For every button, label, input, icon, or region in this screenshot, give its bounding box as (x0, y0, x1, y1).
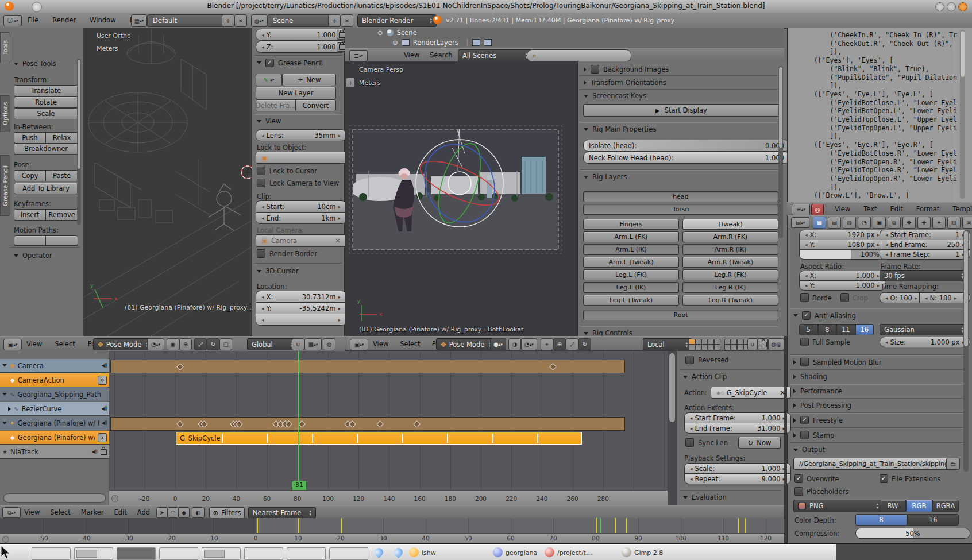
viewport-3d-camera[interactable]: xy + Camera Persp Meters (81) Georgiana … (345, 61, 577, 336)
scale-button[interactable]: Scale (14, 108, 78, 119)
keyframe-diamond[interactable] (176, 363, 184, 370)
background-images-checkbox[interactable] (591, 65, 599, 74)
rotate-manipulator-icon[interactable]: ↻ (207, 338, 219, 350)
editor-type-properties-icon[interactable]: ▤▴▾ (791, 217, 809, 228)
breakdowner-button[interactable]: Breakdowner (14, 143, 78, 155)
nla-track-cameraaction[interactable]: ◆CameraAction» (0, 373, 109, 387)
local-camera-field[interactable]: ▣Camera✕ (256, 234, 346, 247)
remove-keyframe-button[interactable]: Remove (45, 209, 78, 221)
origin-select-icon[interactable]: ●▴▾ (490, 338, 506, 350)
calculate-paths-button[interactable] (14, 235, 46, 246)
render-border-row[interactable]: Render Border (257, 249, 317, 258)
paste-button[interactable]: Paste (45, 170, 78, 181)
operator-panel-header[interactable]: Operator (14, 252, 52, 260)
pivot-icon[interactable]: ◉ (167, 338, 179, 350)
nla-track-camera[interactable]: ◉Camera◀)) (0, 359, 109, 373)
nla-tracks-area[interactable]: G_SkipCycle 81 (109, 351, 668, 490)
pose-tools-header[interactable]: Pose Tools (14, 60, 56, 68)
menu-window[interactable]: Window (90, 16, 115, 24)
tl-menu-marker[interactable]: Marker (81, 508, 104, 516)
editor-type-outliner-icon[interactable]: ☰▴▾ (349, 50, 368, 61)
expand-icon[interactable] (2, 393, 7, 396)
nla-hscrollbar[interactable] (3, 493, 106, 503)
start-frame-field[interactable]: ◂Start Frame:1▸ (880, 230, 970, 240)
placeholders-toggle[interactable]: Placeholders (794, 487, 848, 496)
rig-layer-arm-r-ik-[interactable]: Arm.R (IK) (682, 244, 778, 255)
manipulator-icon[interactable]: ⊕ (179, 338, 192, 350)
expand-icon[interactable]: ⊕ (392, 38, 398, 47)
isolate-head-slider[interactable]: Isolate (head):0.000 (583, 140, 790, 152)
keying-set-icon[interactable]: ◆ (178, 507, 190, 518)
tab-data[interactable]: ✦ (932, 217, 946, 229)
render-engine-select[interactable]: Blender Render▴▾ (357, 14, 437, 27)
taskbar-window-tile[interactable] (244, 547, 283, 560)
tab-render[interactable]: ▦ (813, 217, 826, 229)
layer-toggle[interactable] (724, 339, 731, 345)
reversed-toggle[interactable]: Reversed (685, 356, 729, 364)
scale-manipulator-icon[interactable]: ▢ (219, 338, 232, 350)
keyframe-diamond[interactable] (549, 363, 557, 370)
taskbar-window-tile[interactable] (74, 547, 113, 560)
layer-toggle[interactable] (737, 339, 743, 345)
tl-menu-edit[interactable]: Edit (114, 508, 127, 516)
lock-camera-row[interactable]: Lock Camera to View (257, 179, 339, 187)
tab-render-layers[interactable]: ▤ (828, 217, 841, 229)
performance-header[interactable]: Performance (793, 387, 842, 395)
text-resolve-icon[interactable]: ◎ (811, 204, 824, 215)
layer-grid-left[interactable] (689, 339, 720, 350)
aa-filter-select[interactable]: Gaussian▴▾ (880, 324, 968, 335)
crop-toggle[interactable]: Crop (840, 293, 868, 302)
orientation-select-left[interactable]: Global▴▾ (247, 338, 298, 350)
layer-toggle[interactable] (695, 345, 701, 350)
npanel-open-icon[interactable]: + (346, 78, 355, 88)
layer-toggle[interactable] (689, 345, 695, 350)
layer-toggle[interactable] (701, 339, 708, 345)
resolution-y-field[interactable]: ◂Y:1080 px▸ (799, 240, 885, 250)
mode-select-left[interactable]: ✥Pose Mode▴▾ (93, 338, 153, 350)
dopesheet-icon[interactable]: ◐ (192, 507, 205, 518)
renderlayer-render-icon[interactable] (484, 39, 492, 46)
rig-layer-leg-r-tweak-[interactable]: Leg.R (Tweak) (682, 295, 778, 306)
tab-grease-pencil[interactable]: Grease Pencil (0, 155, 10, 216)
remap-new-field[interactable]: ◂N: 100▸ (919, 292, 970, 303)
outliner-renderlayers-row[interactable]: ⊕ RenderLayers | (392, 38, 492, 47)
sync-now-button[interactable]: ↻Now (738, 437, 781, 449)
scene-browse-icon[interactable]: ◍▴▾ (251, 14, 267, 27)
rig-layer-fingers[interactable]: Fingers (583, 219, 679, 230)
layer-toggle[interactable] (689, 339, 695, 345)
samples-5[interactable]: 5 (799, 324, 818, 335)
mute-speaker-icon[interactable]: ◀)) (102, 420, 107, 426)
mute-speaker-icon[interactable]: ◀)) (102, 363, 107, 368)
lens-field[interactable]: ◂Lens:35mm▸ (256, 129, 346, 141)
layer-toggle[interactable] (701, 345, 708, 350)
grease-pencil-new-button[interactable]: +New (282, 74, 336, 86)
editor-type-info-icon[interactable]: ⓘ▴▾ (3, 15, 22, 26)
samples-11[interactable]: 11 (836, 324, 855, 335)
cursor-x-field[interactable]: ◂X:30.7312m▸ (256, 291, 346, 303)
tl-menu-add[interactable]: Add (137, 508, 150, 516)
expand-action-icon[interactable]: » (98, 376, 107, 385)
rig-layer-arm-l-fk-[interactable]: Arm.L (FK) (583, 231, 679, 242)
stamp-checkbox[interactable] (800, 431, 809, 439)
ghost-frames-icon[interactable]: ◠ (167, 507, 179, 518)
rig-layer-leg-r-fk-[interactable]: Leg.R (FK) (682, 269, 778, 280)
nla-track-nlatrack[interactable]: ★NlaTrack◀)) (0, 445, 109, 459)
editor-type-timeline-icon[interactable]: ⧉▴▾ (2, 507, 21, 518)
tab-physics[interactable]: ◎ (962, 217, 972, 229)
render-ogl-icon[interactable]: ◍ (323, 338, 335, 350)
rig-main-properties-header[interactable]: Rig Main Properties (584, 125, 656, 133)
layout-delete-button[interactable]: ✕ (234, 14, 247, 27)
stamp-header[interactable]: Stamp (793, 431, 834, 439)
rig-layer-arm-l-tweak-[interactable]: Arm.L (Tweak) (583, 257, 679, 268)
frame-rate-select[interactable]: 30 fps▴▾ (880, 270, 968, 281)
vpm-menu-select[interactable]: Select (400, 340, 420, 348)
neck-follow-slider[interactable]: Neck Follow Head (head):1.000 (583, 152, 790, 164)
layer-toggle[interactable] (708, 345, 714, 350)
text-menu-templates[interactable]: Templates (952, 205, 972, 213)
rig-layer-leg-l-tweak-[interactable]: Leg.L (Tweak) (583, 295, 679, 306)
renderlayer-visible-icon[interactable] (472, 39, 480, 46)
launcher-drop-icon[interactable] (392, 546, 404, 558)
properties-scrollbar[interactable] (963, 230, 969, 472)
pivot-point-icon[interactable]: ⌖ (541, 338, 553, 350)
rig-layer--tweak-[interactable]: (Tweak) (682, 219, 778, 230)
